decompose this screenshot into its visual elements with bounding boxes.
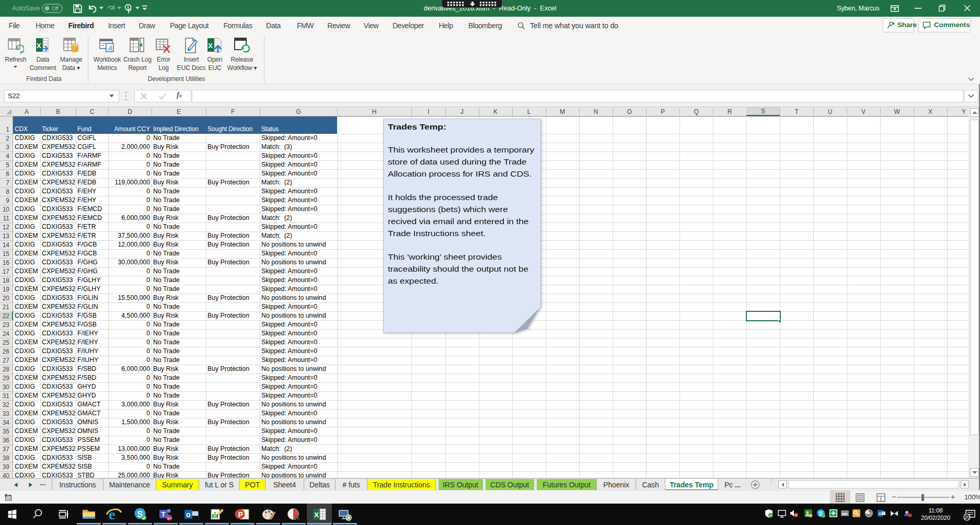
svg-text:vm: vm bbox=[842, 511, 848, 516]
svg-text:20: 20 bbox=[965, 515, 970, 520]
svg-text:X: X bbox=[314, 511, 319, 519]
svg-text:P: P bbox=[238, 510, 243, 519]
svg-text:X: X bbox=[208, 42, 213, 50]
svg-text:X: X bbox=[37, 42, 41, 50]
svg-text:T: T bbox=[162, 510, 166, 518]
svg-text:o: o bbox=[186, 510, 190, 519]
svg-text:9+: 9+ bbox=[167, 516, 172, 521]
svg-text:o: o bbox=[879, 511, 882, 516]
